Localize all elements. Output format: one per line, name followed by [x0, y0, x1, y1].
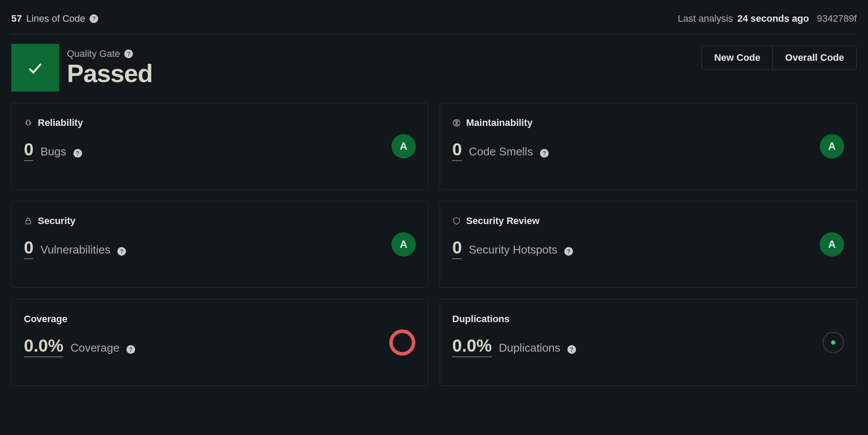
rating-badge[interactable]: A	[391, 134, 416, 158]
card-title: Maintainability	[466, 117, 533, 129]
shield-icon	[452, 217, 461, 225]
loc-label: Lines of Code	[26, 13, 85, 24]
help-icon[interactable]: ?	[567, 345, 576, 354]
metric-label: Code Smells	[469, 145, 533, 158]
quality-gate-label: Quality Gate	[67, 48, 120, 59]
metric-label: Security Hotspots	[469, 243, 557, 257]
quality-gate-badge	[11, 44, 59, 92]
tab-new-code[interactable]: New Code	[702, 46, 772, 69]
card-title: Security	[38, 215, 76, 227]
analysis-prefix: Last analysis	[678, 13, 733, 24]
card-coverage: Coverage 0.0% Coverage ?	[11, 299, 428, 386]
help-icon[interactable]: ?	[540, 149, 549, 158]
svg-point-3	[391, 331, 414, 354]
card-security: Security 0 Vulnerabilities ? A	[11, 201, 428, 288]
help-icon[interactable]: ?	[89, 14, 98, 23]
analysis-ago[interactable]: 24 seconds ago	[737, 13, 809, 24]
card-maintainability: Maintainability 0 Code Smells ? A	[440, 103, 857, 190]
metric-label: Bugs	[40, 145, 66, 158]
tab-overall-code[interactable]: Overall Code	[772, 46, 856, 69]
help-icon[interactable]: ?	[126, 345, 135, 354]
metric-value[interactable]: 0.0%	[24, 336, 63, 357]
quality-gate: Quality Gate ? Passed	[11, 44, 152, 92]
rating-badge[interactable]: A	[391, 232, 416, 257]
svg-rect-2	[26, 221, 30, 224]
help-icon[interactable]: ?	[124, 49, 133, 58]
card-title: Coverage	[24, 313, 67, 325]
metric-value[interactable]: 0	[452, 238, 462, 259]
card-title: Reliability	[38, 117, 83, 129]
card-title: Security Review	[466, 215, 540, 227]
quality-gate-status: Passed	[67, 59, 152, 87]
help-icon[interactable]: ?	[73, 149, 82, 158]
metric-label: Vulnerabilities	[40, 243, 110, 257]
check-icon	[26, 58, 45, 77]
coverage-ring-icon[interactable]	[389, 329, 416, 356]
loc-count[interactable]: 57	[11, 13, 22, 24]
dot-icon	[831, 340, 835, 345]
loc-section: 57 Lines of Code ?	[11, 13, 98, 24]
card-reliability: Reliability 0 Bugs ? A	[11, 103, 428, 190]
commit-sha[interactable]: 9342789f	[817, 13, 857, 24]
help-icon[interactable]: ?	[564, 247, 573, 256]
radiation-icon	[452, 119, 461, 127]
card-duplications: Duplications 0.0% Duplications ?	[440, 299, 857, 386]
top-bar: 57 Lines of Code ? Last analysis 24 seco…	[11, 13, 857, 34]
code-tabs: New Code Overall Code	[702, 46, 857, 70]
metric-value[interactable]: 0.0%	[452, 336, 492, 357]
metric-label: Coverage	[70, 341, 119, 355]
help-icon[interactable]: ?	[117, 247, 126, 256]
metric-value[interactable]: 0	[24, 140, 33, 161]
rating-badge[interactable]: A	[820, 232, 844, 257]
duplications-ring-icon[interactable]	[822, 332, 844, 353]
lock-icon	[24, 217, 33, 225]
bug-icon	[24, 119, 33, 127]
quality-gate-row: Quality Gate ? Passed New Code Overall C…	[11, 44, 857, 92]
metrics-grid: Reliability 0 Bugs ? A Maintainability 0…	[11, 103, 857, 386]
rating-badge[interactable]: A	[820, 134, 844, 158]
card-title: Duplications	[452, 313, 510, 325]
metric-label: Duplications	[499, 341, 560, 355]
card-security-review: Security Review 0 Security Hotspots ? A	[440, 201, 857, 288]
analysis-info: Last analysis 24 seconds ago 9342789f	[678, 13, 857, 24]
metric-value[interactable]: 0	[452, 140, 462, 161]
metric-value[interactable]: 0	[24, 238, 33, 259]
